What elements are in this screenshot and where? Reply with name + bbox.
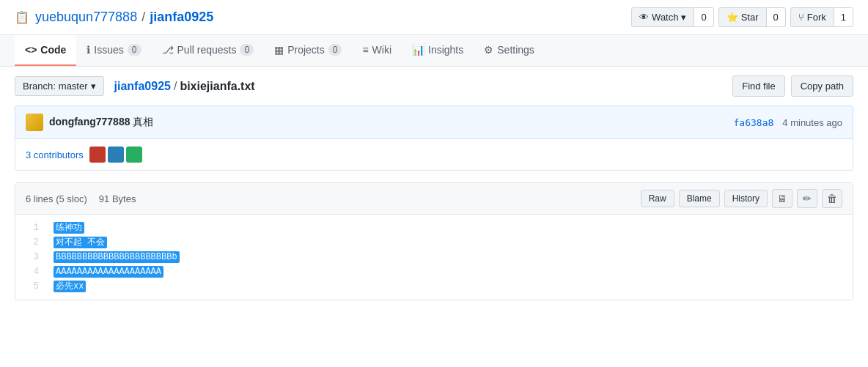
line-number: 3 (15, 250, 48, 264)
repo-owner-link[interactable]: yuebuqun777888 (35, 10, 137, 25)
table-row: 1练神功 (15, 220, 853, 235)
line-content: 必先xx (48, 279, 86, 294)
file-meta: 6 lines (5 sloc) 91 Bytes (26, 193, 136, 204)
tab-projects-label: Projects (287, 44, 325, 56)
history-button[interactable]: History (724, 190, 768, 207)
contributor-avatars (89, 147, 142, 163)
tab-issues-label: Issues (94, 44, 123, 56)
settings-icon: ⚙ (484, 44, 493, 56)
repo-title: 📋 yuebuqun777888 / jianfa0925 (15, 10, 213, 25)
branch-name: master (59, 81, 88, 92)
line-number: 1 (15, 220, 48, 235)
nav-tabs: <> Code ℹ Issues 0 ⎇ Pull requests 0 ▦ P… (0, 35, 868, 67)
branch-selector[interactable]: Branch: master ▾ (15, 76, 104, 96)
star-icon: ⭐ (727, 12, 738, 23)
contributors-link[interactable]: 3 contributors (26, 149, 84, 160)
chevron-down-icon: ▾ (91, 81, 96, 92)
line-number: 4 (15, 264, 48, 279)
watch-count: 0 (694, 7, 713, 27)
delete-icon-button[interactable]: 🗑 (822, 189, 842, 208)
tab-pullrequests[interactable]: ⎇ Pull requests 0 (152, 35, 265, 66)
pr-count: 0 (240, 44, 254, 56)
star-group: ⭐ Star 0 (718, 7, 786, 27)
tab-settings-label: Settings (497, 44, 534, 56)
line-number: 5 (15, 279, 48, 294)
tab-wiki-label: Wiki (372, 44, 391, 56)
table-row: 4AAAAAAAAAAAAAAAAAAAA (15, 264, 853, 279)
pr-icon: ⎇ (162, 44, 174, 56)
watch-button[interactable]: 👁 Watch ▾ (631, 7, 694, 27)
fork-count: 1 (834, 7, 853, 27)
issues-count: 0 (128, 44, 141, 56)
fork-label: Fork (807, 12, 826, 23)
chevron-down-icon: ▾ (681, 12, 686, 23)
commit-author: dongfang777888 真相 (26, 114, 153, 131)
file-size: 91 Bytes (99, 193, 136, 204)
watch-label: Watch (652, 12, 678, 23)
repo-name-link[interactable]: jianfa0925 (150, 10, 213, 25)
table-row: 3BBBBBBBBBBBBBBBBBBBBBBb (15, 250, 853, 264)
projects-count: 0 (328, 44, 342, 56)
file-actions: Find file Copy path (732, 75, 853, 97)
tab-insights[interactable]: 📊 Insights (402, 35, 474, 66)
top-actions: 👁 Watch ▾ 0 ⭐ Star 0 ⑂ Fork 1 (631, 7, 853, 27)
file-content-header: 6 lines (5 sloc) 91 Bytes Raw Blame Hist… (15, 183, 853, 215)
commit-bar: dongfang777888 真相 fa638a8 4 minutes ago (15, 105, 853, 139)
tab-projects[interactable]: ▦ Projects 0 (264, 35, 352, 66)
eye-icon: 👁 (639, 12, 649, 23)
line-content: 练神功 (48, 220, 84, 235)
projects-icon: ▦ (274, 44, 284, 56)
breadcrumb-file: bixiejianfa.txt (180, 80, 254, 93)
file-buttons: Raw Blame History 🖥 ✏ 🗑 (641, 189, 842, 208)
watch-group: 👁 Watch ▾ 0 (631, 7, 714, 27)
insights-icon: 📊 (412, 44, 424, 56)
repo-icon: 📋 (15, 10, 29, 24)
line-content: BBBBBBBBBBBBBBBBBBBBBBb (48, 250, 180, 264)
code-body: 1练神功2对不起 不会3BBBBBBBBBBBBBBBBBBBBBBb4AAAA… (15, 215, 853, 300)
commit-author-name: dongfang777888 真相 (49, 116, 153, 129)
contributors-bar: 3 contributors (15, 139, 853, 171)
line-number: 2 (15, 235, 48, 250)
top-bar: 📋 yuebuqun777888 / jianfa0925 👁 Watch ▾ … (0, 0, 868, 35)
repo-separator: / (141, 10, 145, 25)
line-content: AAAAAAAAAAAAAAAAAAAA (48, 264, 163, 279)
file-path-bar: Branch: master ▾ jianfa0925 / bixiejianf… (0, 67, 868, 105)
file-content: 6 lines (5 sloc) 91 Bytes Raw Blame Hist… (15, 182, 853, 300)
tab-code-label: Code (40, 44, 66, 56)
breadcrumb-repo-link[interactable]: jianfa0925 (114, 80, 171, 93)
avatar (26, 114, 43, 131)
edit-icon-button[interactable]: ✏ (797, 189, 817, 208)
wiki-icon: ≡ (362, 44, 368, 56)
commit-time: 4 minutes ago (782, 117, 842, 128)
contributor-avatar-1 (89, 147, 106, 163)
contributor-avatar-2 (108, 147, 124, 163)
star-count: 0 (767, 7, 786, 27)
tab-code[interactable]: <> Code (15, 35, 76, 66)
display-icon-button[interactable]: 🖥 (772, 189, 792, 208)
find-file-button[interactable]: Find file (732, 75, 785, 97)
tab-insights-label: Insights (428, 44, 463, 56)
file-lines: 6 lines (5 sloc) (26, 193, 87, 204)
tab-pr-label: Pull requests (177, 44, 237, 56)
blame-button[interactable]: Blame (679, 190, 720, 207)
table-row: 2对不起 不会 (15, 235, 853, 250)
breadcrumb-sep: / (174, 80, 177, 93)
fork-group: ⑂ Fork 1 (790, 7, 853, 27)
issues-icon: ℹ (87, 44, 90, 56)
code-icon: <> (25, 44, 37, 56)
fork-button[interactable]: ⑂ Fork (790, 7, 834, 27)
line-content: 对不起 不会 (48, 235, 107, 250)
contributor-avatar-3 (126, 147, 142, 163)
commit-right: fa638a8 4 minutes ago (734, 117, 842, 128)
breadcrumb: Branch: master ▾ jianfa0925 / bixiejianf… (15, 76, 255, 96)
star-label: Star (741, 12, 759, 23)
table-row: 5必先xx (15, 279, 853, 294)
raw-button[interactable]: Raw (641, 190, 674, 207)
star-button[interactable]: ⭐ Star (718, 7, 767, 27)
tab-wiki[interactable]: ≡ Wiki (352, 35, 402, 66)
branch-label: Branch: (23, 81, 56, 92)
commit-hash[interactable]: fa638a8 (734, 117, 774, 128)
copy-path-button[interactable]: Copy path (791, 75, 853, 97)
tab-issues[interactable]: ℹ Issues 0 (76, 35, 151, 66)
tab-settings[interactable]: ⚙ Settings (474, 35, 545, 66)
